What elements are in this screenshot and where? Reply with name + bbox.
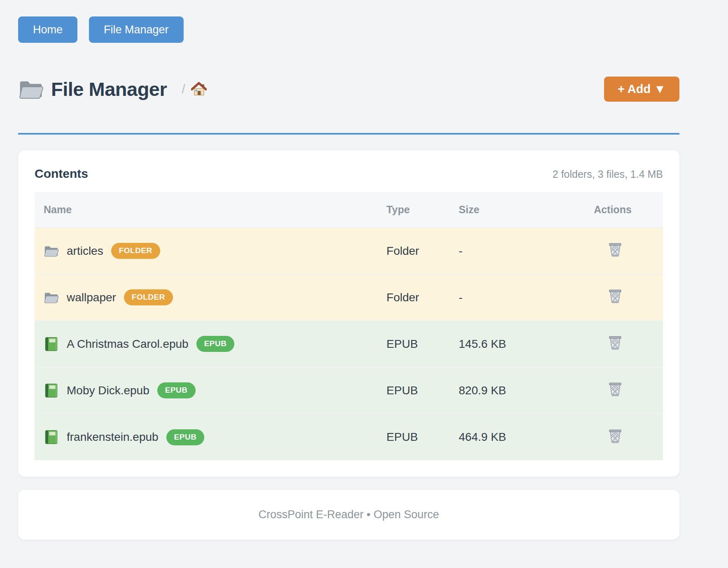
file-name[interactable]: articles [67,244,103,258]
file-type: EPUB [387,414,459,460]
page-header: File Manager / + Add ▼ [18,77,679,102]
footer: CrossPoint E-Reader • Open Source [18,490,679,540]
header-divider [18,133,679,135]
book-icon [44,337,59,351]
trash-icon [608,335,623,352]
add-button[interactable]: + Add ▼ [604,77,679,102]
file-name[interactable]: wallpaper [67,291,116,304]
trash-icon [608,288,623,305]
type-badge: FOLDER [111,243,160,259]
trash-icon [608,428,623,445]
file-type: EPUB [387,367,459,414]
column-header-actions: Actions [594,192,663,228]
file-size: 820.9 KB [459,367,594,414]
contents-summary: 2 folders, 3 files, 1.4 MB [553,168,663,180]
file-name[interactable]: Moby Dick.epub [67,384,149,397]
file-size: - [459,228,594,274]
delete-button[interactable] [608,242,623,258]
contents-card-header: Contents 2 folders, 3 files, 1.4 MB [35,167,663,181]
house-icon[interactable] [191,82,207,97]
folder-icon [44,244,59,258]
table-row[interactable]: Moby Dick.epub EPUB EPUB 820.9 KB [35,367,663,414]
folder-icon [44,291,59,305]
file-name[interactable]: A Christmas Carol.epub [67,338,189,351]
column-header-name: Name [35,192,387,228]
nav-bar: Home File Manager [18,0,679,43]
table-row[interactable]: frankenstein.epub EPUB EPUB 464.9 KB [35,414,663,460]
type-badge: FOLDER [124,289,173,305]
book-icon [44,384,59,398]
table-row[interactable]: wallpaper FOLDER Folder - [35,274,663,321]
column-header-size: Size [459,192,594,228]
file-type: EPUB [387,321,459,367]
file-size: 464.9 KB [459,414,594,460]
column-header-type: Type [387,192,459,228]
delete-button[interactable] [608,428,623,445]
file-name[interactable]: frankenstein.epub [67,431,159,444]
contents-title: Contents [35,167,88,181]
page-title: File Manager [51,78,167,100]
page: Home File Manager File Manager / + Add ▼… [18,0,679,540]
file-type: Folder [387,274,459,321]
file-size: - [459,274,594,321]
delete-button[interactable] [608,335,623,352]
footer-text: CrossPoint E-Reader • Open Source [259,508,439,521]
table-row[interactable]: articles FOLDER Folder - [35,228,663,274]
folder-icon [18,78,44,100]
nav-file-manager-button[interactable]: File Manager [89,16,184,43]
file-table: Name Type Size Actions articles FOLDER F… [35,192,663,460]
nav-home-button[interactable]: Home [18,16,77,43]
delete-button[interactable] [608,381,623,398]
table-header-row: Name Type Size Actions [35,192,663,228]
type-badge: EPUB [196,336,235,352]
breadcrumb-separator: / [182,82,185,97]
delete-button[interactable] [608,288,623,305]
trash-icon [608,242,623,258]
table-row[interactable]: A Christmas Carol.epub EPUB EPUB 145.6 K… [35,321,663,367]
trash-icon [608,381,623,398]
type-badge: EPUB [166,429,205,445]
type-badge: EPUB [157,382,196,398]
book-icon [44,430,59,444]
file-size: 145.6 KB [459,321,594,367]
file-type: Folder [387,228,459,274]
contents-card: Contents 2 folders, 3 files, 1.4 MB Name… [18,150,679,477]
